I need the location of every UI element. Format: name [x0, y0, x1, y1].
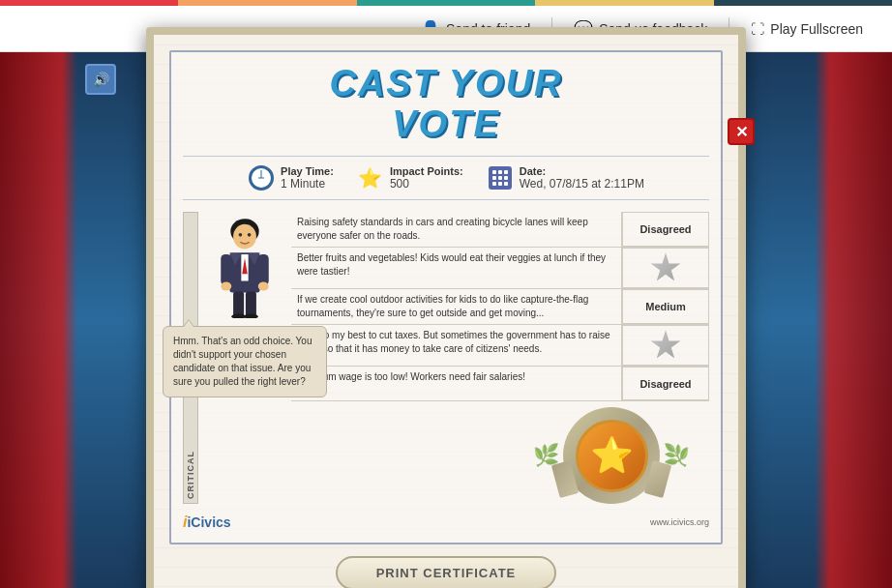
date-value: Wed, 07/8/15 at 2:11PM [520, 177, 644, 191]
star-icon-container: ⭐ [357, 164, 384, 191]
print-btn-container: PRINT CERTIFICATE [169, 556, 723, 588]
impact-star-icon: ⭐ [358, 166, 382, 190]
row-text-1: Raising safety standards in cars and cre… [291, 212, 622, 247]
sound-button[interactable]: 🔊 [85, 64, 116, 95]
icivics-logo: iiCivics [183, 514, 231, 531]
modal-inner: CAST YOUR VOTE Play Time: 1 Minute [169, 50, 723, 545]
date-info: Date: Wed, 07/8/15 at 2:11PM [520, 165, 644, 191]
play-fullscreen-label: Play Fullscreen [770, 21, 863, 37]
svg-rect-14 [246, 292, 256, 317]
candidate-figure [211, 212, 279, 318]
table-row: I will do my best to cut taxes. But some… [291, 325, 709, 367]
svg-point-3 [248, 233, 252, 237]
row-result-4 [622, 325, 709, 366]
bottom-row: iiCivics www.icivics.org [183, 514, 709, 531]
play-fullscreen-button[interactable]: ⛶ Play Fullscreen [737, 15, 877, 43]
svg-rect-10 [258, 254, 269, 285]
row-result-3: Medium [622, 289, 709, 324]
wreath-right-icon: 🌿 [664, 443, 690, 468]
table-row: Better fruits and vegetables! Kids would… [291, 248, 709, 289]
impact-info: Impact Points: 500 [390, 165, 463, 191]
table-row: Minimum wage is too low! Workers need fa… [291, 367, 709, 401]
row-text-2: Better fruits and vegetables! Kids would… [291, 248, 622, 288]
row-result-1: Disagreed [622, 212, 709, 247]
clock-icon-container [248, 164, 275, 191]
print-certificate-button[interactable]: PRINT CERTIFICATE [336, 556, 557, 588]
title-text: CAST YOUR VOTE [183, 64, 709, 145]
star-result-icon-2 [650, 330, 681, 361]
row-text-4: I will do my best to cut taxes. But some… [291, 325, 622, 366]
badge-inner: ⭐ [576, 420, 648, 492]
play-time-info: Play Time: 1 Minute [281, 165, 334, 191]
grid-icon-container [487, 164, 514, 191]
svg-rect-13 [233, 292, 244, 317]
impact-value: 500 [390, 177, 463, 191]
badge-area: 🌿 ⭐ 🌿 [291, 407, 709, 504]
curtain-left [0, 52, 77, 588]
date-label: Date: [520, 165, 644, 177]
row-text-3: If we create cool outdoor activities for… [291, 289, 622, 324]
date-stat: Date: Wed, 07/8/15 at 2:11PM [487, 164, 644, 191]
svg-point-2 [239, 233, 243, 237]
table-area: Raising safety standards in cars and cre… [291, 212, 709, 504]
row-text-5: Minimum wage is too low! Workers need fa… [291, 367, 622, 400]
badge-star-icon: ⭐ [590, 435, 634, 476]
close-button[interactable]: ✕ [728, 118, 755, 145]
candidate-section: Hmm. That's an odd choice. You didn't su… [206, 212, 283, 504]
svg-point-12 [258, 282, 269, 291]
sound-icon: 🔊 [93, 72, 109, 87]
modal-title: CAST YOUR VOTE [183, 64, 709, 145]
curtain-right [815, 52, 892, 588]
calendar-icon [489, 166, 512, 190]
table-row: Raising safety standards in cars and cre… [291, 212, 709, 248]
svg-point-11 [221, 282, 231, 291]
svg-rect-9 [221, 254, 231, 285]
clock-icon [249, 165, 274, 191]
star-result-icon [650, 252, 681, 283]
play-time-stat: Play Time: 1 Minute [248, 164, 334, 191]
website-text: www.icivics.org [650, 517, 709, 527]
content-area: CRITICAL [183, 212, 709, 504]
close-icon: ✕ [735, 123, 748, 141]
game-area: 🔊 ✕ CAST YOUR VOTE Play Time [0, 52, 892, 588]
modal: CAST YOUR VOTE Play Time: 1 Minute [146, 27, 746, 588]
svg-point-1 [233, 224, 256, 250]
impact-label: Impact Points: [390, 165, 463, 177]
impact-points-stat: ⭐ Impact Points: 500 [357, 164, 463, 191]
fullscreen-icon: ⛶ [751, 21, 764, 37]
row-result-5: Disagreed [622, 367, 709, 400]
table-row: If we create cool outdoor activities for… [291, 289, 709, 325]
play-time-label: Play Time: [281, 165, 334, 177]
play-time-value: 1 Minute [281, 177, 334, 191]
stats-row: Play Time: 1 Minute ⭐ Impact Points: 500 [183, 156, 709, 200]
badge-container: ⭐ [563, 407, 660, 504]
row-result-2 [622, 248, 709, 288]
speech-bubble-text: Hmm. That's an odd choice. You didn't su… [173, 336, 312, 387]
speech-bubble: Hmm. That's an odd choice. You didn't su… [163, 326, 327, 397]
